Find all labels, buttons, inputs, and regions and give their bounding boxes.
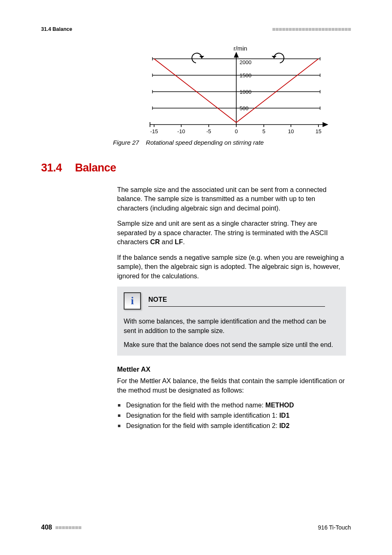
note-label: NOTE: [148, 295, 339, 304]
svg-text:0: 0: [235, 128, 238, 134]
cw-rotation-icon: [272, 53, 284, 63]
list-item: Designation for the field with the metho…: [117, 401, 346, 410]
svg-text:15: 15: [316, 128, 321, 134]
svg-text:5: 5: [262, 128, 265, 134]
svg-text:1000: 1000: [240, 89, 251, 95]
rotational-speed-chart: r/min: [134, 44, 339, 136]
svg-marker-37: [199, 56, 204, 58]
note-callout: i NOTE With some balances, the sample id…: [117, 287, 346, 355]
list-item: Designation for the field with sample id…: [117, 421, 346, 430]
info-icon: i: [124, 292, 141, 310]
svg-marker-38: [272, 56, 277, 58]
svg-text:-5: -5: [206, 128, 211, 134]
paragraph: If the balance sends a negative sample s…: [117, 253, 346, 280]
svg-marker-3: [323, 122, 328, 127]
page-number: 408: [41, 524, 52, 531]
subheading: Mettler AX: [117, 365, 346, 374]
note-paragraph: With some balances, the sample identific…: [124, 317, 339, 335]
header-section-label: 31.4 Balance: [41, 26, 72, 32]
paragraph: For the Mettler AX balance, the fields t…: [117, 376, 346, 395]
note-paragraph: Make sure that the balance does not send…: [124, 340, 339, 349]
paragraph: Sample size and unit are sent as a singl…: [117, 219, 346, 246]
paragraph: The sample size and the associated unit …: [117, 185, 346, 213]
svg-text:500: 500: [240, 105, 249, 111]
bullet-list: Designation for the field with the metho…: [117, 401, 346, 430]
svg-text:-15: -15: [150, 128, 158, 134]
footer-product-label: 916 Ti-Touch: [318, 524, 351, 531]
list-item: Designation for the field with sample id…: [117, 411, 346, 420]
chart-title: r/min: [233, 45, 247, 52]
section-number: 31.4: [41, 162, 62, 174]
svg-marker-1: [234, 52, 239, 58]
ccw-rotation-icon: [192, 53, 204, 63]
footer-dots: [55, 526, 81, 529]
svg-text:10: 10: [288, 128, 294, 134]
header-dots: [272, 28, 351, 31]
svg-text:1500: 1500: [240, 72, 251, 79]
svg-text:-10: -10: [178, 128, 185, 134]
figure-caption: Figure 27 Rotational speed depending on …: [113, 139, 351, 146]
section-title: Balance: [75, 162, 116, 174]
svg-line-35: [154, 59, 236, 123]
svg-text:2000: 2000: [240, 59, 251, 65]
